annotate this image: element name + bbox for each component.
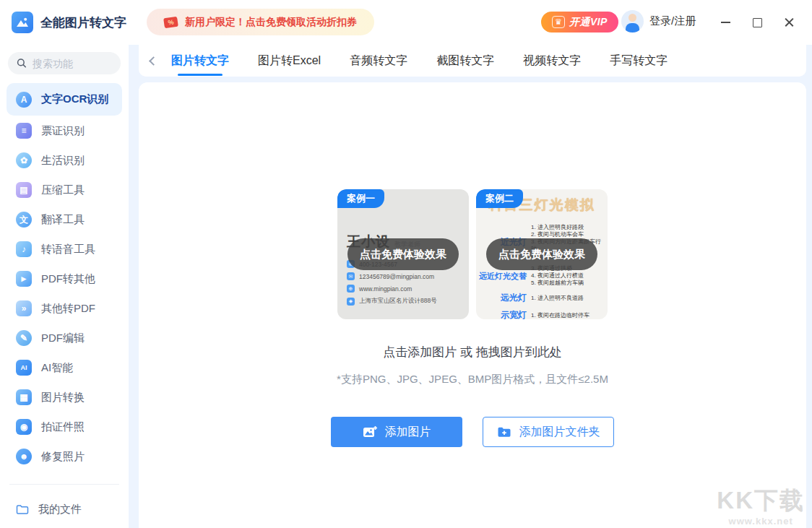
tab-视频转文字[interactable]: 视频转文字 [523,45,581,77]
id-photo-icon: ◉ [16,419,32,435]
search-icon [17,58,27,69]
other-to-pdf-icon: » [16,300,32,316]
ocr-icon: A [16,92,32,108]
add-folder-icon [497,426,511,438]
sidebar-item-label: 拍证件照 [41,420,85,434]
life-leaf-icon: ✿ [16,152,32,168]
window-controls [720,0,795,45]
sidebar-item-label: 翻译工具 [41,213,85,227]
light-mode-row: 示宽灯1. 夜间在路边临时停车 [476,309,605,319]
audio-note-icon: ♪ [16,241,32,257]
translate-icon: 文 [16,212,32,228]
login-register[interactable]: 登录/注册 [621,10,696,33]
tab-截图转文字[interactable]: 截图转文字 [436,45,494,77]
sidebar-item-id-photo[interactable]: ◉拍证件照 [7,412,122,441]
format-support-note: *支持PNG、JPG、JPEG、BMP图片格式，且文件≤2.5M [139,373,806,386]
my-files-label: 我的文件 [38,503,82,516]
site-watermark: KK下载 www.kkx.net [717,485,805,527]
sidebar-item-ticket[interactable]: ≡票证识别 [7,116,122,145]
minimize-button[interactable] [720,17,731,28]
add-image-label: 添加图片 [385,425,431,440]
main-area: 图片转文字图片转Excel音频转文字截图转文字视频转文字手写转文字 案例一 王小… [129,45,812,528]
search-input[interactable] [33,58,112,69]
search-box[interactable] [8,52,121,74]
light-mode-row: 远光灯1. 进入照明不良道路 [476,292,605,304]
add-image-button[interactable]: 添加图片 [331,417,462,447]
action-buttons: 添加图片 添加图片文件夹 [139,417,806,447]
photo-repair-icon: ☻ [16,449,32,464]
sidebar-item-photo-repair[interactable]: ☻修复照片 [7,442,122,471]
example-cards: 案例一 王小设 教学老师 ✆400-123-4567✉123456789@min… [139,189,806,319]
sidebar-item-image-convert[interactable]: ▦图片转换 [7,383,122,412]
tab-手写转文字[interactable]: 手写转文字 [610,45,668,77]
folder-icon [16,504,29,515]
vip-button[interactable]: ♛ 开通VIP [541,12,618,33]
example-card-business-card: 案例一 王小设 教学老师 ✆400-123-4567✉123456789@min… [337,189,469,319]
pdf-to-other-icon: ► [16,271,32,287]
sidebar-item-label: PDF编辑 [41,332,85,345]
sidebar-item-my-files[interactable]: 我的文件 [7,495,122,524]
sidebar-item-label: 转语音工具 [41,243,95,256]
coupon-icon: % [163,16,178,28]
title-bar: 全能图片转文字 % 新用户限定！点击免费领取活动折扣券 ♛ 开通VIP 登录/注… [0,0,812,45]
app-logo-icon [12,12,33,33]
tab-图片转文字[interactable]: 图片转文字 [171,45,229,77]
light-mode-label: 远光灯 [476,292,531,304]
login-label: 登录/注册 [649,14,696,28]
case2-badge: 案例二 [476,189,523,208]
pdf-edit-icon: ✎ [16,330,32,346]
close-button[interactable] [783,17,795,28]
sidebar-item-label: 其他转PDF [41,302,95,316]
content-panel: 案例一 王小设 教学老师 ✆400-123-4567✉123456789@min… [139,82,806,528]
sidebar-item-ai[interactable]: AIAI智能 [7,353,122,382]
sidebar-item-other-to-pdf[interactable]: »其他转PDF [7,294,122,323]
sidebar-item-pdf-to-other[interactable]: ►PDF转其他 [7,264,122,293]
add-image-icon [363,425,377,438]
sidebar-item-translate[interactable]: 文翻译工具 [7,205,122,234]
light-mode-items: 1. 进入照明不良道路 [531,295,584,302]
email-icon: ✉ [347,272,355,280]
vip-label: 开通VIP [569,16,608,29]
sidebar-item-label: 压缩工具 [41,183,85,197]
sidebar-divider [9,484,119,485]
try-free-button-1[interactable]: 点击免费体验效果 [347,238,459,270]
contact-text: 123456789@mingpian.com [359,273,434,280]
ai-icon: AI [16,360,32,376]
ticket-icon: ≡ [16,123,32,139]
maximize-button[interactable] [751,17,763,28]
sidebar-item-audio-note[interactable]: ♪转语音工具 [7,235,122,264]
tab-音频转文字[interactable]: 音频转文字 [350,45,407,77]
sidebar-item-life-leaf[interactable]: ✿生活识别 [7,146,122,175]
tab-bar: 图片转文字图片转Excel音频转文字截图转文字视频转文字手写转文字 [139,45,806,77]
sidebar-item-pdf-edit[interactable]: ✎PDF编辑 [7,324,122,352]
sidebar-item-label: AI智能 [41,361,73,375]
location-icon: ◈ [347,298,355,306]
contact-text: www.mingpian.com [359,285,412,293]
tab-图片转Excel[interactable]: 图片转Excel [258,45,321,77]
website-icon: ⊕ [347,285,355,293]
back-chevron-icon[interactable] [149,56,158,66]
crown-icon: ♛ [552,16,565,28]
add-folder-label: 添加图片文件夹 [519,425,600,440]
sidebar-item-ocr[interactable]: A文字OCR识别 [7,83,122,116]
sidebar-item-label: PDF转其他 [41,272,95,286]
add-image-folder-button[interactable]: 添加图片文件夹 [483,417,614,447]
light-mode-label: 示宽灯 [476,309,531,319]
sidebar-menu: A文字OCR识别≡票证识别✿生活识别▤压缩工具文翻译工具♪转语音工具►PDF转其… [7,83,122,471]
try-free-button-2[interactable]: 点击免费体验效果 [486,238,597,270]
light-mode-label: 远近灯光交替 [476,271,531,282]
promo-banner[interactable]: % 新用户限定！点击免费领取活动折扣券 [147,9,374,35]
sidebar: A文字OCR识别≡票证识别✿生活识别▤压缩工具文翻译工具♪转语音工具►PDF转其… [0,45,129,528]
example-card-light-simulation: 案例二 科目三灯光模拟 近光灯1. 进入照明良好路段2. 夜间与机动车会车3. … [476,189,608,319]
light-mode-items: 1. 夜间在路边临时停车 [531,312,589,319]
app-logo-group: 全能图片转文字 [12,12,126,33]
sidebar-item-label: 生活识别 [41,154,85,168]
case1-badge: 案例一 [337,189,384,208]
tab-list: 图片转文字图片转Excel音频转文字截图转文字视频转文字手写转文字 [171,45,696,77]
compress-icon: ▤ [16,182,32,198]
sidebar-item-compress[interactable]: ▤压缩工具 [7,176,122,204]
sidebar-item-label: 票证识别 [41,124,85,138]
contact-row: ◈上海市宝山区名片设计888号 [347,297,469,306]
avatar [621,10,644,33]
contact-text: 上海市宝山区名片设计888号 [359,297,437,306]
